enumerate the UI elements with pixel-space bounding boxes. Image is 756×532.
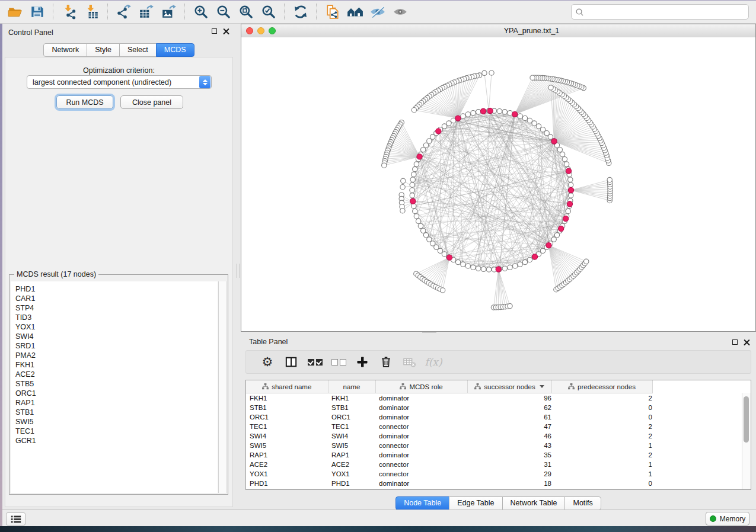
graph-node[interactable] bbox=[438, 248, 442, 253]
graph-node[interactable] bbox=[548, 85, 553, 90]
export-image-button[interactable] bbox=[158, 2, 180, 21]
graph-node[interactable] bbox=[416, 219, 420, 223]
table-row[interactable]: SWI4SWI4dominator462 bbox=[246, 431, 751, 441]
open-file-button[interactable] bbox=[4, 2, 26, 21]
graph-dominator-node[interactable] bbox=[417, 154, 422, 159]
graph-node[interactable] bbox=[461, 114, 465, 118]
graph-dominator-node[interactable] bbox=[567, 201, 572, 207]
tab-edge-table[interactable]: Edge Table bbox=[449, 496, 502, 510]
select-all-button[interactable] bbox=[303, 352, 327, 372]
graph-node[interactable] bbox=[412, 108, 416, 113]
tab-network-table[interactable]: Network Table bbox=[502, 496, 566, 510]
graph-node[interactable] bbox=[411, 203, 416, 208]
graph-node[interactable] bbox=[540, 248, 545, 253]
graph-node[interactable] bbox=[476, 110, 481, 114]
graph-node[interactable] bbox=[471, 110, 476, 115]
graph-node[interactable] bbox=[430, 134, 435, 139]
deselect-all-button[interactable] bbox=[327, 352, 350, 372]
close-panel-button[interactable]: Close panel bbox=[120, 95, 183, 109]
graph-node[interactable] bbox=[584, 259, 589, 264]
add-column-button[interactable] bbox=[350, 352, 374, 372]
refresh-button[interactable] bbox=[289, 2, 312, 21]
show-all-button[interactable] bbox=[389, 2, 412, 21]
graph-node[interactable] bbox=[461, 262, 465, 267]
graph-node[interactable] bbox=[569, 193, 573, 198]
column-header-name[interactable]: name bbox=[328, 380, 375, 393]
tab-mcds[interactable]: MCDS bbox=[156, 43, 194, 57]
task-history-button[interactable] bbox=[6, 512, 25, 525]
graph-dominator-node[interactable] bbox=[455, 116, 461, 121]
column-header-shared-name[interactable]: shared name bbox=[246, 380, 328, 393]
graph-node[interactable] bbox=[502, 110, 507, 114]
graph-dominator-node[interactable] bbox=[512, 111, 518, 117]
scrollbar-thumb[interactable] bbox=[744, 396, 749, 443]
graph-node[interactable] bbox=[502, 266, 507, 271]
function-builder-button[interactable]: f(x) bbox=[422, 352, 445, 372]
graph-node[interactable] bbox=[532, 121, 537, 126]
graph-node[interactable] bbox=[421, 228, 426, 233]
graph-node[interactable] bbox=[486, 267, 491, 272]
graph-node[interactable] bbox=[557, 148, 562, 152]
mcds-result-item[interactable]: ACE2 bbox=[11, 370, 218, 379]
tab-motifs[interactable]: Motifs bbox=[564, 496, 601, 510]
graph-node[interactable] bbox=[497, 108, 502, 113]
tab-node-table[interactable]: Node Table bbox=[395, 496, 449, 510]
graph-node[interactable] bbox=[540, 127, 545, 132]
table-row[interactable]: FKH1FKH1dominator962 bbox=[246, 393, 751, 403]
graph-node[interactable] bbox=[400, 208, 405, 213]
graph-node[interactable] bbox=[421, 148, 426, 152]
graph-node[interactable] bbox=[423, 233, 428, 238]
mcds-result-item[interactable]: TEC1 bbox=[11, 427, 218, 436]
graph-dominator-node[interactable] bbox=[546, 242, 551, 248]
graph-node[interactable] bbox=[442, 124, 446, 129]
import-table-button[interactable] bbox=[81, 2, 103, 21]
graph-node[interactable] bbox=[382, 163, 387, 168]
graph-node[interactable] bbox=[527, 118, 532, 123]
delete-column-button[interactable] bbox=[374, 352, 398, 372]
float-panel-icon[interactable] bbox=[212, 28, 217, 34]
tab-style[interactable]: Style bbox=[87, 43, 120, 57]
mcds-result-item[interactable]: STB1 bbox=[11, 408, 218, 417]
mcds-result-item[interactable]: STB5 bbox=[11, 379, 218, 389]
table-row[interactable]: YOX1YOX1connector291 bbox=[246, 469, 751, 479]
maximize-window-icon[interactable] bbox=[269, 27, 276, 34]
graph-dominator-node[interactable] bbox=[410, 198, 416, 204]
graph-node[interactable] bbox=[551, 237, 556, 242]
graph-node[interactable] bbox=[410, 193, 414, 198]
split-columns-button[interactable] bbox=[279, 352, 303, 372]
mcds-list-scrollbar[interactable] bbox=[218, 281, 227, 493]
graph-dominator-node[interactable] bbox=[559, 226, 564, 231]
graph-node[interactable] bbox=[607, 177, 612, 182]
mcds-result-item[interactable]: TID3 bbox=[11, 313, 218, 322]
graph-dominator-node[interactable] bbox=[480, 108, 486, 114]
table-settings-button[interactable]: ⚙ bbox=[256, 352, 279, 372]
mcds-result-item[interactable]: STP4 bbox=[11, 303, 218, 313]
minimize-window-icon[interactable] bbox=[257, 27, 264, 34]
graph-node[interactable] bbox=[508, 303, 512, 308]
close-panel-icon[interactable] bbox=[744, 339, 750, 345]
graph-node[interactable] bbox=[476, 266, 481, 271]
graph-node[interactable] bbox=[410, 177, 415, 182]
memory-button[interactable]: Memory bbox=[706, 512, 749, 525]
graph-node[interactable] bbox=[400, 185, 405, 190]
mcds-result-item[interactable]: SWI4 bbox=[11, 332, 218, 341]
graph-node[interactable] bbox=[544, 130, 549, 135]
graph-dominator-node[interactable] bbox=[532, 254, 537, 259]
criterion-dropdown[interactable]: largest connected component (undirected) bbox=[27, 75, 212, 89]
mcds-result-item[interactable]: GCR1 bbox=[11, 436, 218, 446]
search-input[interactable] bbox=[586, 7, 745, 17]
close-window-icon[interactable] bbox=[246, 27, 253, 34]
network-canvas[interactable] bbox=[241, 37, 755, 331]
graph-node[interactable] bbox=[518, 114, 522, 118]
column-header-predecessor-nodes[interactable]: predecessor nodes bbox=[551, 380, 652, 393]
mcds-result-item[interactable]: PHD1 bbox=[11, 284, 218, 294]
table-row[interactable]: ACE2ACE2connector311 bbox=[246, 460, 751, 469]
graph-node[interactable] bbox=[442, 252, 446, 257]
graph-node[interactable] bbox=[434, 245, 439, 249]
zoom-fit-button[interactable] bbox=[235, 2, 257, 21]
graph-node[interactable] bbox=[566, 209, 570, 213]
graph-node[interactable] bbox=[554, 233, 559, 238]
graph-node[interactable] bbox=[527, 257, 532, 262]
graph-node[interactable] bbox=[410, 188, 414, 193]
delete-table-button[interactable] bbox=[398, 352, 422, 372]
